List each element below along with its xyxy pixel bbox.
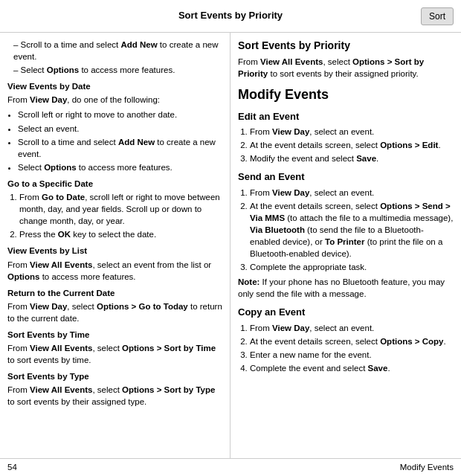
sort-by-type-text: From View All Events, select Options > S… [7, 384, 222, 408]
content-area: Scroll to a time and select Add New to c… [0, 33, 461, 458]
right-column: Sort Events by Priority From View All Ev… [230, 33, 461, 458]
view-by-list-text: From View All Events, select an event fr… [7, 259, 222, 283]
send-event-heading: Send an Event [238, 170, 454, 184]
list-item: From Go to Date, scroll left or right to… [19, 191, 222, 227]
top-title: Sort Events by Priority [178, 9, 283, 22]
list-item: Scroll left or right to move to another … [18, 109, 222, 120]
return-current-heading: Return to the Current Date [7, 287, 222, 299]
sort-button[interactable]: Sort [421, 7, 454, 25]
sort-by-type-heading: Sort Events by Type [7, 370, 222, 382]
list-item: Complete the event and select Save. [250, 362, 454, 374]
list-item: Scroll to a time and select Add New to c… [18, 136, 222, 160]
dash-item: Select Options to access more features. [13, 64, 222, 76]
section-title: Modify Events [400, 461, 454, 473]
list-item: Complete the appropriate task. [250, 261, 454, 273]
sort-by-priority-heading: Sort Events by Priority [238, 39, 454, 54]
sort-by-time-heading: Sort Events by Time [7, 329, 222, 341]
page-container: Sort Events by Priority Sort Scroll to a… [0, 0, 461, 476]
view-by-date-list: Scroll left or right to move to another … [7, 109, 222, 173]
copy-event-steps: From View Day, select an event. At the e… [238, 322, 454, 374]
top-bar: Sort Events by Priority Sort [0, 0, 461, 33]
dash-item: Scroll to a time and select Add New to c… [13, 39, 222, 62]
list-item: Enter a new name for the event. [250, 349, 454, 361]
send-event-note: Note: If your phone has no Bluetooth fea… [238, 276, 454, 300]
list-item: From View Day, select an event. [250, 322, 454, 334]
list-item: Press the OK key to select the date. [19, 228, 222, 240]
footer-bar: 54 Modify Events [0, 458, 461, 476]
go-to-date-steps: From Go to Date, scroll left or right to… [7, 191, 222, 240]
view-by-date-heading: View Events by Date [7, 80, 222, 92]
sort-by-time-text: From View All Events, select Options > S… [7, 342, 222, 366]
list-item: At the event details screen, select Opti… [250, 335, 454, 347]
modify-events-heading: Modify Events [238, 86, 454, 104]
edit-event-heading: Edit an Event [238, 110, 454, 123]
list-item: At the event details screen, select Opti… [250, 139, 454, 151]
go-to-date-heading: Go to a Specific Date [7, 178, 222, 190]
list-item: From View Day, select an event. [250, 126, 454, 138]
list-item: At the event details screen, select Opti… [250, 200, 454, 260]
left-column: Scroll to a time and select Add New to c… [0, 33, 230, 458]
view-by-list-heading: View Events by List [7, 245, 222, 257]
list-item: Select Options to access more features. [18, 161, 222, 173]
dash-list: Scroll to a time and select Add New to c… [7, 39, 222, 76]
list-item: Select an event. [18, 123, 222, 135]
edit-event-steps: From View Day, select an event. At the e… [238, 126, 454, 164]
sort-by-priority-text: From View All Events, select Options > S… [238, 56, 454, 80]
view-by-date-intro: From View Day, do one of the following: [7, 94, 222, 106]
page-number: 54 [7, 461, 17, 473]
list-item: Modify the event and select Save. [250, 152, 454, 164]
send-event-steps: From View Day, select an event. At the e… [238, 187, 454, 274]
copy-event-heading: Copy an Event [238, 306, 454, 319]
list-item: From View Day, select an event. [250, 187, 454, 199]
return-current-text: From View Day, select Options > Go to To… [7, 300, 222, 324]
